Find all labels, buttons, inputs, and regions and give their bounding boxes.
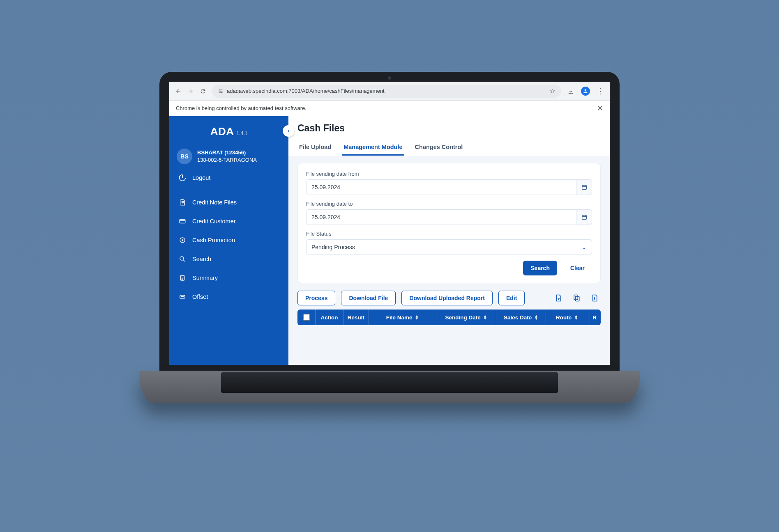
camera-dot — [388, 76, 391, 80]
calendar-button-from[interactable] — [576, 179, 592, 195]
page-title: Cash Files — [297, 123, 601, 134]
th-route[interactable]: Route ▲▼ — [546, 310, 588, 325]
export-icon-1[interactable] — [552, 292, 565, 304]
bookmark-star-icon[interactable]: ☆ — [550, 87, 555, 95]
laptop-mockup: adaqaweb.specindia.com:7003/ADA/home/cas… — [139, 72, 640, 403]
select-status[interactable]: Pending Process ⌄ — [306, 239, 592, 255]
tab-file-upload[interactable]: File Upload — [297, 140, 333, 156]
input-wrap-date-from — [306, 179, 592, 195]
chevron-left-icon — [286, 128, 291, 134]
field-date-from: File sending date from — [306, 171, 592, 195]
label-status: File Status — [306, 231, 592, 237]
url-bar[interactable]: adaqaweb.specindia.com:7003/ADA/home/cas… — [212, 85, 561, 98]
th-sales-date[interactable]: Sales Date ▲▼ — [496, 310, 546, 325]
user-info: BSHARAT (123456) 138-002-6-TARRAGONA — [197, 149, 257, 163]
file-icon — [178, 198, 187, 206]
input-date-to[interactable] — [306, 209, 576, 225]
logout-icon — [178, 174, 187, 182]
download-file-button[interactable]: Download File — [341, 291, 396, 305]
th-last-col[interactable]: R — [588, 310, 601, 325]
laptop-keyboard — [221, 372, 558, 393]
tab-management-module[interactable]: Management Module — [342, 140, 404, 156]
chrome-right-actions: ⋮ — [567, 87, 604, 96]
screen: adaqaweb.specindia.com:7003/ADA/home/cas… — [169, 82, 610, 365]
sidebar-item-label: Offset — [192, 294, 208, 300]
process-button[interactable]: Process — [297, 291, 335, 305]
sidebar-item-label: Credit Note Files — [192, 199, 237, 206]
reload-button[interactable] — [200, 88, 206, 94]
laptop-base — [139, 371, 640, 403]
sidebar-item-label: Credit Customer — [192, 218, 236, 225]
select-all-checkbox[interactable] — [303, 314, 310, 321]
avatar: BS — [177, 149, 192, 164]
chrome-toolbar: adaqaweb.specindia.com:7003/ADA/home/cas… — [169, 82, 610, 101]
content-area: File sending date from File sending date — [288, 156, 610, 332]
sidebar-item-summary[interactable]: Summary — [169, 268, 288, 287]
user-block: BS BSHARAT (123456) 138-002-6-TARRAGONA — [169, 142, 288, 168]
main-content: Cash Files File Upload Management Module… — [288, 116, 610, 365]
label-date-from: File sending date from — [306, 171, 592, 177]
clear-button[interactable]: Clear — [563, 261, 592, 275]
svg-rect-3 — [180, 220, 185, 223]
th-file-name[interactable]: File Name ▲▼ — [369, 310, 436, 325]
sidebar-item-label: Search — [192, 256, 211, 262]
tabs: File Upload Management Module Changes Co… — [297, 140, 601, 156]
svg-point-5 — [180, 257, 184, 260]
back-button[interactable] — [175, 88, 182, 94]
search-icon — [178, 255, 187, 263]
sidebar-item-search[interactable]: Search — [169, 250, 288, 268]
tab-changes-control[interactable]: Changes Control — [413, 140, 465, 156]
url-text: adaqaweb.specindia.com:7003/ADA/home/cas… — [227, 88, 546, 94]
select-status-value: Pending Process — [311, 244, 355, 250]
chrome-menu-icon[interactable]: ⋮ — [597, 87, 604, 96]
svg-rect-9 — [582, 215, 586, 219]
doc-copy-icon — [572, 294, 581, 302]
edit-button[interactable]: Edit — [498, 291, 525, 305]
input-date-from[interactable] — [306, 179, 576, 195]
svg-point-1 — [220, 90, 221, 91]
table-header-row: Action Result File Name ▲▼ Sending Date … — [297, 310, 601, 325]
export-icon-3[interactable] — [588, 292, 601, 304]
chevron-down-icon: ⌄ — [582, 244, 587, 250]
select-wrap-status: Pending Process ⌄ — [306, 239, 592, 255]
results-section: Process Download File Download Uploaded … — [297, 291, 601, 325]
sidebar-logout-label: Logout — [192, 174, 210, 181]
results-table: Action Result File Name ▲▼ Sending Date … — [297, 310, 601, 325]
th-action[interactable]: Action — [316, 310, 343, 325]
download-icon[interactable] — [567, 87, 574, 95]
sidebar-item-cash-promotion[interactable]: Cash Promotion — [169, 231, 288, 250]
sidebar-item-offset[interactable]: Offset — [169, 287, 288, 306]
doc-export-icon — [554, 294, 562, 302]
download-report-button[interactable]: Download Uploaded Report — [401, 291, 493, 305]
brand-name: ADA — [210, 125, 234, 138]
sidebar-item-credit-note-files[interactable]: Credit Note Files — [169, 193, 288, 212]
calendar-icon — [581, 184, 588, 190]
sidebar-logout[interactable]: Logout — [169, 168, 288, 187]
input-wrap-date-to — [306, 209, 592, 225]
sort-icon: ▲▼ — [534, 315, 538, 320]
sidebar-item-credit-customer[interactable]: Credit Customer — [169, 212, 288, 231]
clipboard-icon — [178, 274, 187, 282]
field-status: File Status Pending Process ⌄ — [306, 231, 592, 255]
person-icon — [583, 88, 588, 94]
svg-rect-11 — [576, 296, 579, 301]
sort-icon: ▲▼ — [574, 315, 578, 320]
arrow-left-icon — [175, 88, 182, 94]
th-result[interactable]: Result — [343, 310, 369, 325]
filter-card: File sending date from File sending date — [297, 163, 601, 283]
search-button[interactable]: Search — [523, 261, 557, 275]
svg-rect-8 — [582, 185, 586, 189]
sidebar-collapse-button[interactable] — [283, 125, 294, 137]
reload-icon — [200, 88, 206, 94]
field-date-to: File sending date to — [306, 201, 592, 225]
label-date-to: File sending date to — [306, 201, 592, 207]
export-icon-2[interactable] — [570, 292, 583, 304]
infobar-close-icon[interactable]: ✕ — [597, 104, 603, 113]
forward-button[interactable] — [187, 88, 194, 94]
user-name: BSHARAT (123456) — [197, 149, 257, 156]
th-sending-date[interactable]: Sending Date ▲▼ — [436, 310, 496, 325]
svg-rect-10 — [574, 295, 578, 300]
calendar-button-to[interactable] — [576, 209, 592, 225]
chrome-profile-avatar[interactable] — [581, 87, 590, 96]
card-icon — [178, 217, 187, 225]
